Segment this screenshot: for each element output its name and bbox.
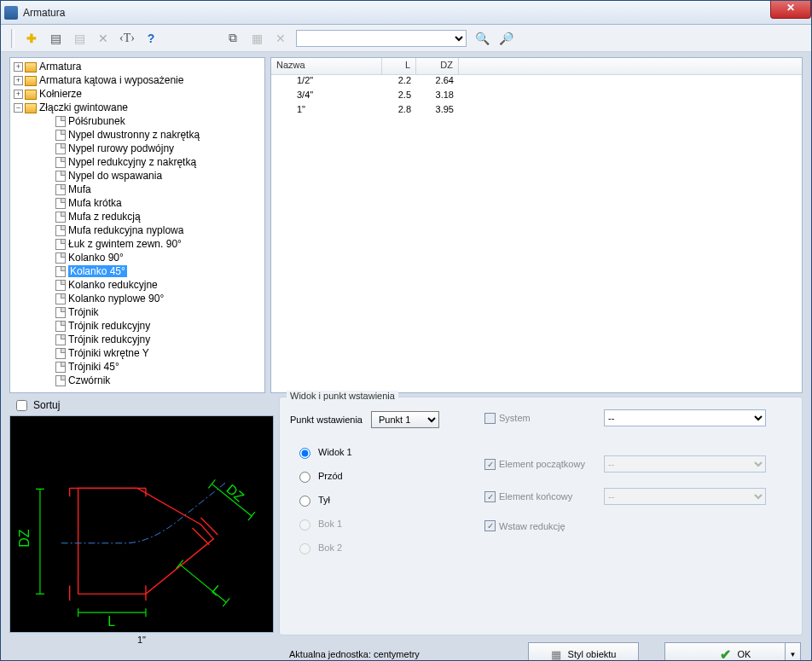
help-icon[interactable]: ? xyxy=(142,30,160,47)
tree-item[interactable]: Półśrubunek xyxy=(10,114,264,128)
add-icon[interactable]: ✚ xyxy=(23,30,40,47)
grid-icon[interactable]: ▦ xyxy=(248,30,265,47)
tree-item[interactable]: Kolanko nyplowe 90° xyxy=(10,292,264,305)
preview-label: 1" xyxy=(9,635,274,645)
tree-item[interactable]: Kolanko 45° xyxy=(10,264,264,278)
table-row[interactable]: 1/2"2.22.64 xyxy=(271,75,802,90)
elem-end-combo: -- xyxy=(604,488,766,505)
tree-item[interactable]: Trójniki wkrętne Y xyxy=(10,346,264,360)
elem-end-checkbox: ✓ xyxy=(484,491,496,502)
toolbar-separator xyxy=(11,29,14,48)
insertion-label: Punkt wstawienia xyxy=(290,415,362,425)
tree-item[interactable]: Łuk z gwintem zewn. 90° xyxy=(10,237,264,251)
system-combo[interactable]: -- xyxy=(604,409,766,426)
col-name[interactable]: Nazwa xyxy=(271,58,382,74)
tree-folder[interactable]: −Złączki gwintowane xyxy=(10,101,264,114)
elem-start-checkbox: ✓ xyxy=(484,459,496,470)
tree-item[interactable]: Nypel do wspawania xyxy=(10,169,264,183)
ok-button[interactable]: ✔ OK ▼ xyxy=(664,642,801,661)
preview-pane: DZ DZ L L xyxy=(9,415,274,633)
table-row[interactable]: 1"2.83.95 xyxy=(271,104,802,119)
unit-label: Aktualna jednostka: centymetry xyxy=(289,649,420,659)
check-icon: ✔ xyxy=(720,647,731,662)
insertion-combo[interactable]: Punkt 1 xyxy=(371,411,439,428)
tree-item[interactable]: Nypel dwustronny z nakrętką xyxy=(10,128,264,142)
tree-item[interactable]: Mufa krótka xyxy=(10,196,264,210)
radio-tyl[interactable] xyxy=(299,496,310,507)
tree-item[interactable]: Kolanko 90° xyxy=(10,251,264,264)
find-icon[interactable]: 🔎 xyxy=(497,30,514,47)
tree-folder[interactable]: +Armatura kątowa i wyposażenie xyxy=(10,73,264,87)
tree-item[interactable]: Czwórnik xyxy=(10,374,264,387)
reduction-checkbox: ✓ xyxy=(484,520,496,531)
svg-text:DZ: DZ xyxy=(17,529,32,547)
system-checkbox xyxy=(484,413,496,424)
style-button[interactable]: ▦ Styl obiektu xyxy=(528,642,639,661)
group-legend: Widok i punkt wstawienia xyxy=(287,391,398,401)
window-title: Armatura xyxy=(23,7,65,19)
doc2-icon[interactable]: ▤ xyxy=(71,30,88,47)
tree-item[interactable]: Nypel redukcyjny z nakrętką xyxy=(10,155,264,169)
radio-bok1 xyxy=(299,519,310,531)
ok-dropdown[interactable]: ▼ xyxy=(785,643,800,661)
tree-item[interactable]: Mufa z redukcją xyxy=(10,210,264,223)
search-icon[interactable]: 🔍 xyxy=(473,30,490,47)
data-grid[interactable]: Nazwa L DZ 1/2"2.22.643/4"2.53.181"2.83.… xyxy=(270,57,803,393)
col-l[interactable]: L xyxy=(382,58,416,74)
radio-przod[interactable] xyxy=(299,472,310,483)
tree-item[interactable]: Kolanko redukcyjne xyxy=(10,278,264,292)
tree-panel[interactable]: +Armatura+Armatura kątowa i wyposażenie+… xyxy=(9,57,265,393)
delete-icon[interactable]: ✕ xyxy=(272,30,289,47)
tree-item[interactable]: Trójnik xyxy=(10,305,264,319)
tree-item[interactable]: Mufa xyxy=(10,183,264,196)
tree-folder[interactable]: +Armatura xyxy=(10,60,264,73)
tools-icon[interactable]: ✕ xyxy=(95,30,112,47)
close-button[interactable]: ✕ xyxy=(770,0,811,19)
tree-item[interactable]: Trójnik redukcyjny xyxy=(10,333,264,346)
tree-item[interactable]: Mufa redukcyjna nyplowa xyxy=(10,223,264,237)
col-dz[interactable]: DZ xyxy=(416,58,459,74)
doc-icon[interactable]: ▤ xyxy=(47,30,64,47)
tree-item[interactable]: Trójniki 45° xyxy=(10,360,264,374)
svg-text:DZ: DZ xyxy=(223,482,246,505)
tree-folder[interactable]: +Kołnierze xyxy=(10,87,264,101)
text-icon[interactable]: ‹T› xyxy=(119,30,136,47)
elem-start-combo: -- xyxy=(604,455,766,473)
sort-label: Sortuj xyxy=(33,399,60,411)
tree-item[interactable]: Trójnik redukcyjny xyxy=(10,319,264,333)
radio-widok1[interactable] xyxy=(299,448,310,459)
svg-text:L: L xyxy=(107,614,115,629)
table-row[interactable]: 3/4"2.53.18 xyxy=(271,90,802,104)
toolbar: ✚ ▤ ▤ ✕ ‹T› ? ⧉ ▦ ✕ 🔍 🔎 xyxy=(1,25,811,52)
sort-checkbox[interactable] xyxy=(16,400,27,411)
svg-text:L: L xyxy=(209,583,224,599)
copy-icon[interactable]: ⧉ xyxy=(224,30,241,47)
app-icon xyxy=(4,6,18,20)
view-group: Widok i punkt wstawienia Punkt wstawieni… xyxy=(279,397,803,635)
search-input[interactable] xyxy=(296,30,467,47)
radio-bok2 xyxy=(299,543,310,554)
style-icon: ▦ xyxy=(551,648,561,661)
grid-header: Nazwa L DZ xyxy=(271,58,802,75)
title-bar: Armatura ✕ xyxy=(1,1,811,25)
tree-item[interactable]: Nypel rurowy podwójny xyxy=(10,142,264,155)
